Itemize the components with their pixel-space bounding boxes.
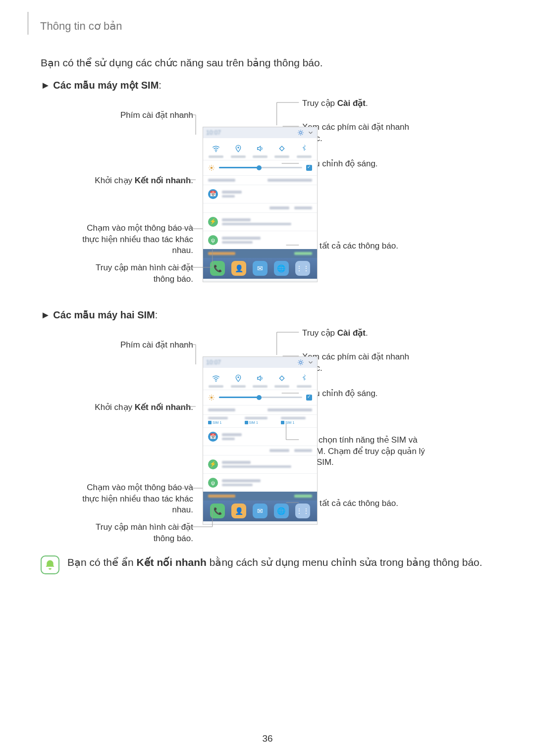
svg-point-28 xyxy=(211,396,213,399)
quick-connect-row[interactable] xyxy=(203,175,317,185)
notification-item[interactable]: ⚡ xyxy=(203,455,317,473)
callout-notif-settings: Truy cập màn hình cài đặt thông báo. xyxy=(74,262,193,285)
sim-label: SIM 1 xyxy=(213,421,221,424)
apps-app-icon[interactable]: ⋮⋮ xyxy=(295,504,310,518)
notification-item[interactable]: ψ xyxy=(203,231,317,249)
phone-mockup-dual: 10:07 xyxy=(203,356,318,525)
chevron-down-icon[interactable] xyxy=(307,129,314,136)
contacts-app-icon[interactable]: 👤 xyxy=(231,504,246,518)
auto-brightness-checkbox[interactable] xyxy=(306,165,312,171)
callout-tap-notif-2: Chạm vào một thông báo và thực hiện nhiề… xyxy=(74,482,193,516)
sound-icon[interactable] xyxy=(255,373,266,384)
callout-quick-settings-keys-2: Phím cài đặt nhanh xyxy=(120,340,193,351)
charging-icon: ⚡ xyxy=(208,217,218,227)
brightness-slider[interactable] xyxy=(219,167,302,168)
quick-settings-row xyxy=(203,368,317,390)
dock: 📞 👤 ✉ 🌐 ⋮⋮ xyxy=(203,501,317,521)
svg-point-24 xyxy=(300,361,302,363)
callout-settings-2: Truy cập Cài đặt. xyxy=(302,328,368,339)
brightness-slider[interactable] xyxy=(219,397,302,398)
notification-item[interactable]: ψ xyxy=(203,473,317,492)
phone-mockup: 10:07 xyxy=(203,127,318,282)
callout-quick-settings-keys: Phím cài đặt nhanh xyxy=(120,110,193,121)
brightness-row[interactable] xyxy=(203,390,317,405)
svg-line-36 xyxy=(213,396,214,396)
svg-line-33 xyxy=(210,396,210,396)
page-number: 36 xyxy=(0,733,535,744)
messages-app-icon[interactable]: ✉ xyxy=(253,504,268,518)
tip-block: Bạn có thể ẩn Kết nối nhanh bằng cách sử… xyxy=(41,554,495,574)
gear-icon[interactable] xyxy=(297,359,304,366)
charging-icon: ⚡ xyxy=(208,459,218,469)
svg-line-10 xyxy=(213,169,214,170)
callout-more-quick-2: Xem các phím cài đặt nhanh khác. xyxy=(302,352,431,374)
svg-line-34 xyxy=(213,399,214,400)
svg-point-2 xyxy=(237,147,239,148)
browser-app-icon[interactable]: 🌐 xyxy=(274,261,289,276)
notification-item[interactable]: 📅 xyxy=(203,427,317,446)
usb-icon: ψ xyxy=(208,235,218,245)
intro-text: Bạn có thể sử dụng các chức năng sau trê… xyxy=(41,54,495,71)
usb-icon: ψ xyxy=(208,478,218,488)
brightness-row[interactable] xyxy=(203,160,317,175)
svg-line-9 xyxy=(210,166,210,166)
section-prefix: ► xyxy=(41,309,53,320)
callout-quick-connect-2: Khởi chạy Kết nối nhanh. xyxy=(95,402,193,413)
apps-app-icon[interactable]: ⋮⋮ xyxy=(295,261,310,276)
brightness-icon xyxy=(208,164,215,171)
section-dual-sim-title: ► Các mẫu máy hai SIM: xyxy=(41,309,495,321)
sound-icon[interactable] xyxy=(255,143,266,154)
svg-rect-3 xyxy=(280,146,284,151)
status-time: 10:07 xyxy=(206,129,221,136)
svg-line-35 xyxy=(210,399,210,400)
callout-settings: Truy cập Cài đặt. xyxy=(302,98,368,109)
messages-app-icon[interactable]: ✉ xyxy=(253,261,268,276)
svg-rect-27 xyxy=(280,376,284,380)
notification-item[interactable]: ⚡ xyxy=(203,212,317,231)
rotate-icon[interactable] xyxy=(276,143,287,154)
quick-connect-row[interactable] xyxy=(203,405,317,414)
bluetooth-icon[interactable] xyxy=(299,373,310,384)
bell-tip-icon xyxy=(41,555,59,574)
svg-point-0 xyxy=(300,131,302,134)
svg-point-4 xyxy=(211,166,213,169)
wifi-icon[interactable] xyxy=(211,143,221,154)
callout-sim-options: Tùy chọn tính năng thẻ SIM và USIM. Chạm… xyxy=(302,435,431,469)
phone-app-icon[interactable]: 📞 xyxy=(210,261,225,276)
brightness-icon xyxy=(208,394,215,401)
browser-app-icon[interactable]: 🌐 xyxy=(274,504,289,518)
notification-item[interactable]: 📅 xyxy=(203,185,317,203)
notif-bottom-bar xyxy=(203,492,317,501)
calendar-icon: 📅 xyxy=(208,189,218,199)
wifi-icon[interactable] xyxy=(211,373,221,384)
location-icon[interactable] xyxy=(233,143,244,154)
chevron-down-icon[interactable] xyxy=(307,359,314,366)
location-icon[interactable] xyxy=(233,373,244,384)
callout-quick-connect: Khởi chạy Kết nối nhanh. xyxy=(95,175,193,187)
status-time: 10:07 xyxy=(206,359,221,366)
sim-label: SIM 1 xyxy=(249,421,258,424)
bluetooth-icon[interactable] xyxy=(299,143,310,154)
contacts-app-icon[interactable]: 👤 xyxy=(231,261,246,276)
diagram-single-sim: Phím cài đặt nhanh Khởi chạy Kết nối nha… xyxy=(24,95,495,303)
auto-brightness-checkbox[interactable] xyxy=(306,395,312,401)
page-header: Thông tin cơ bản xyxy=(28,12,495,33)
callout-more-quick: Xem các phím cài đặt nhanh khác. xyxy=(302,122,431,145)
section-prefix: ► xyxy=(41,80,53,91)
rotate-icon[interactable] xyxy=(276,373,287,384)
quick-settings-row xyxy=(203,138,317,160)
svg-point-1 xyxy=(215,151,216,151)
diagram-dual-sim: Phím cài đặt nhanh Khởi chạy Kết nối nha… xyxy=(24,325,495,548)
callout-notif-settings-2: Truy cập màn hình cài đặt thông báo. xyxy=(74,522,193,545)
svg-point-26 xyxy=(237,376,239,378)
svg-point-25 xyxy=(215,380,216,381)
callout-tap-notif: Chạm vào một thông báo và thực hiện nhiề… xyxy=(74,223,193,257)
notif-bottom-bar xyxy=(203,249,317,258)
gear-icon[interactable] xyxy=(297,129,304,136)
svg-line-12 xyxy=(213,166,214,166)
sim-row[interactable]: SIM 1 SIM 1 SIM 1 xyxy=(203,414,317,427)
section-single-sim-title: ► Các mẫu máy một SIM: xyxy=(41,79,495,91)
sim-label: SIM 1 xyxy=(285,421,294,424)
phone-app-icon[interactable]: 📞 xyxy=(210,504,225,518)
tip-text: Bạn có thể ẩn Kết nối nhanh bằng cách sử… xyxy=(67,554,482,571)
